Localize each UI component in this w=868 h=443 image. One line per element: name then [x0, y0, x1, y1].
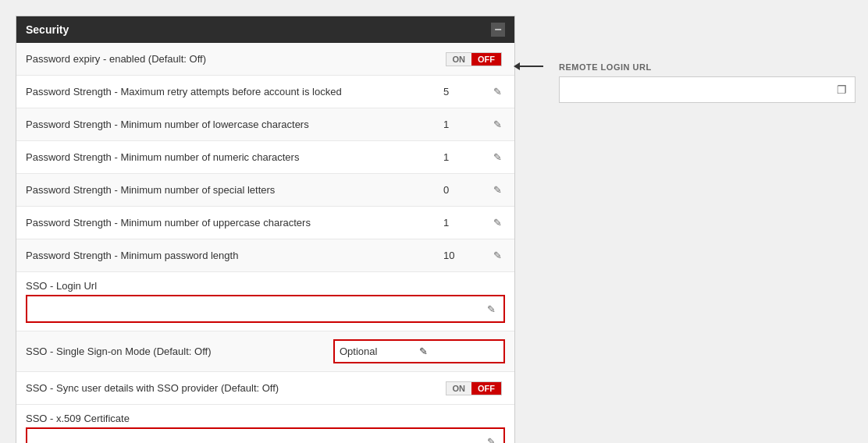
toggle-group-sso-sync: ON OFF	[446, 381, 503, 395]
toggle-on-button[interactable]: ON	[446, 52, 472, 66]
setting-label-min-special: Password Strength - Minimum number of sp…	[26, 184, 443, 196]
sso-certificate-wrapper: ✎	[26, 427, 505, 443]
setting-value-min-numeric: 1	[443, 151, 490, 163]
edit-icon-min-uppercase[interactable]: ✎	[490, 215, 505, 230]
setting-row-min-lowercase: Password Strength - Minimum number of lo…	[16, 108, 514, 141]
setting-label-min-uppercase: Password Strength - Minimum number of up…	[26, 217, 443, 229]
setting-value-min-lowercase: 1	[443, 119, 490, 130]
setting-value-min-special: 0	[443, 184, 490, 196]
edit-icon-min-special[interactable]: ✎	[490, 183, 505, 197]
collapse-icon: −	[494, 23, 501, 36]
setting-row-max-retry: Password Strength - Maximum retry attemp…	[16, 76, 514, 108]
sso-sign-on-mode-value: Optional	[340, 346, 416, 357]
security-panel: Security − Password expiry - enabled (De…	[16, 16, 515, 443]
setting-value-min-uppercase: 1	[443, 217, 490, 229]
sso-certificate-row: SSO - x.509 Certificate ✎	[16, 405, 514, 443]
setting-label-max-retry: Password Strength - Maximum retry attemp…	[26, 86, 443, 97]
setting-label-min-numeric: Password Strength - Minimum number of nu…	[26, 151, 443, 163]
sso-login-url-wrapper: ✎	[26, 295, 505, 323]
sso-certificate-input[interactable]	[32, 432, 484, 443]
setting-row-min-numeric: Password Strength - Minimum number of nu…	[16, 141, 514, 174]
remote-login-section: REMOTE LOGIN URL ❐	[559, 62, 856, 103]
edit-icon-min-password-length[interactable]: ✎	[490, 248, 505, 263]
toggle-group-password-expiry: ON OFF	[446, 52, 503, 66]
copy-icon[interactable]: ❐	[834, 82, 850, 97]
sso-sign-on-mode-row: SSO - Single Sign-on Mode (Default: Off)…	[16, 331, 514, 372]
sso-certificate-label: SSO - x.509 Certificate	[26, 413, 505, 424]
setting-row-password-expiry: Password expiry - enabled (Default: Off)…	[16, 43, 514, 76]
page-wrapper: Security − Password expiry - enabled (De…	[16, 16, 856, 443]
remote-login-input[interactable]	[564, 80, 834, 99]
setting-row-sso-sync: SSO - Sync user details with SSO provide…	[16, 372, 514, 405]
arrow-head	[514, 62, 520, 70]
panel-title: Security	[26, 23, 69, 36]
edit-icon-sso-login-url[interactable]: ✎	[484, 302, 499, 317]
edit-icon-max-retry[interactable]: ✎	[490, 84, 505, 99]
edit-icon-min-lowercase[interactable]: ✎	[490, 117, 505, 132]
sso-sign-on-mode-box: Optional ✎	[333, 339, 505, 363]
remote-login-label: REMOTE LOGIN URL	[559, 62, 856, 72]
sso-login-url-input[interactable]	[32, 299, 484, 318]
setting-row-min-uppercase: Password Strength - Minimum number of up…	[16, 207, 514, 239]
setting-label-sso-sync: SSO - Sync user details with SSO provide…	[26, 382, 446, 394]
edit-icon-sso-certificate[interactable]: ✎	[484, 434, 499, 444]
sso-login-url-label: SSO - Login Url	[26, 280, 505, 292]
edit-icon-sso-sign-on-mode[interactable]: ✎	[416, 344, 499, 359]
toggle-off-button[interactable]: OFF	[471, 52, 502, 66]
edit-icon-min-numeric[interactable]: ✎	[490, 150, 505, 165]
arrow-line	[520, 66, 543, 67]
panel-header: Security −	[16, 16, 514, 43]
setting-row-min-password-length: Password Strength - Minimum password len…	[16, 239, 514, 272]
setting-label-min-lowercase: Password Strength - Minimum number of lo…	[26, 119, 443, 130]
sso-sign-on-mode-label: SSO - Single Sign-on Mode (Default: Off)	[26, 346, 333, 357]
right-panel-area: REMOTE LOGIN URL ❐	[515, 16, 856, 103]
setting-value-min-password-length: 10	[443, 250, 490, 261]
toggle-off-sso-sync[interactable]: OFF	[471, 381, 502, 395]
arrow-container	[514, 62, 543, 70]
sso-login-url-row: SSO - Login Url ✎	[16, 272, 514, 331]
collapse-button[interactable]: −	[491, 23, 505, 37]
toggle-on-sso-sync[interactable]: ON	[446, 381, 472, 395]
remote-login-input-wrapper: ❐	[559, 76, 856, 103]
setting-row-min-special: Password Strength - Minimum number of sp…	[16, 174, 514, 207]
setting-value-max-retry: 5	[443, 86, 490, 97]
setting-label-password-expiry: Password expiry - enabled (Default: Off)	[26, 53, 446, 65]
setting-label-min-password-length: Password Strength - Minimum password len…	[26, 250, 443, 261]
